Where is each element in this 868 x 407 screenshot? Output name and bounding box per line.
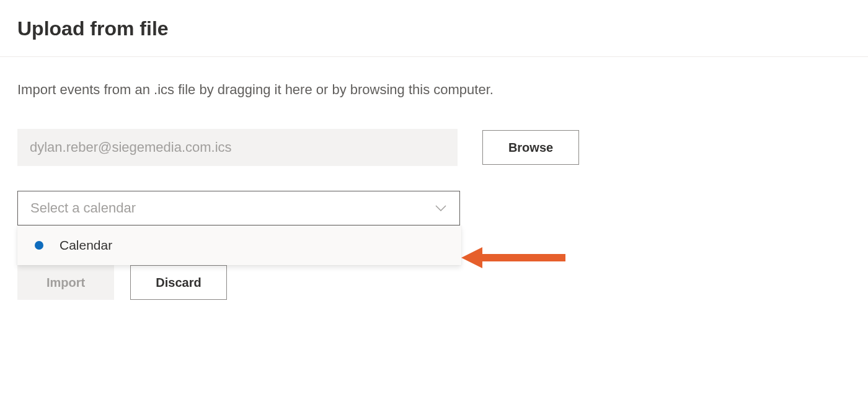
calendar-color-dot-icon: [35, 241, 43, 250]
calendar-option-label: Calendar: [60, 238, 112, 253]
chevron-down-icon: [435, 202, 447, 214]
calendar-option-calendar[interactable]: Calendar: [17, 225, 461, 265]
calendar-dropdown: Calendar: [17, 225, 461, 265]
content-area: Import events from an .ics file by dragg…: [0, 57, 868, 325]
header: Upload from file: [0, 0, 868, 57]
page-title: Upload from file: [17, 17, 851, 40]
discard-button[interactable]: Discard: [130, 265, 227, 300]
browse-button[interactable]: Browse: [482, 130, 579, 165]
file-row: dylan.reber@siegemedia.com.ics Browse: [17, 129, 851, 166]
file-input[interactable]: dylan.reber@siegemedia.com.ics: [17, 129, 458, 166]
button-row: Import Discard: [17, 265, 851, 300]
description-text: Import events from an .ics file by dragg…: [17, 82, 851, 98]
calendar-select-placeholder: Select a calendar: [30, 200, 136, 216]
discard-button-label: Discard: [156, 276, 201, 290]
import-button-label: Import: [46, 276, 85, 290]
calendar-select[interactable]: Select a calendar: [17, 191, 460, 225]
browse-button-label: Browse: [508, 141, 553, 155]
import-button[interactable]: Import: [17, 265, 114, 300]
file-input-placeholder: dylan.reber@siegemedia.com.ics: [30, 139, 232, 155]
calendar-select-wrapper: Select a calendar Calendar: [17, 191, 460, 225]
